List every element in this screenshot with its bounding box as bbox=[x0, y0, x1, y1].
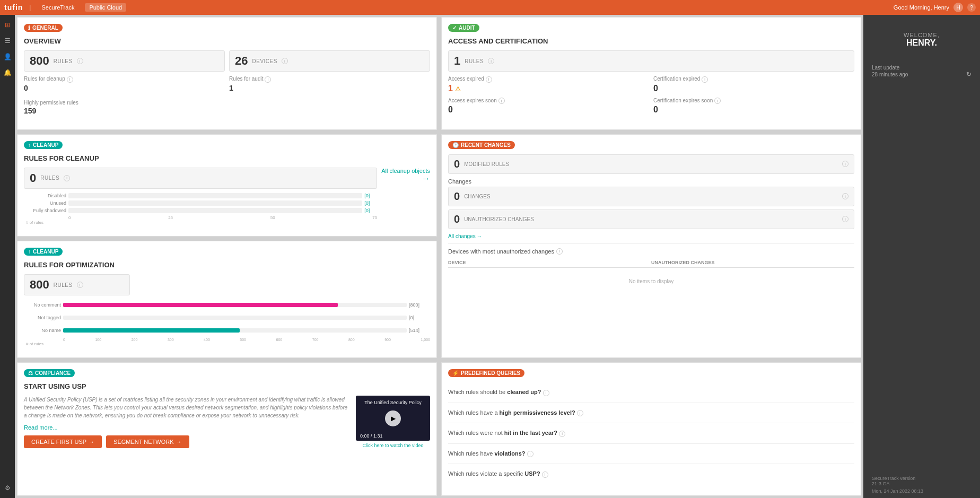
query-info-3[interactable]: i bbox=[559, 431, 565, 437]
cleanup-rules-info[interactable]: i bbox=[64, 175, 70, 181]
query-bold-3: hit in the last year? bbox=[504, 430, 557, 436]
sidebar-icon-menu[interactable]: ☰ bbox=[2, 35, 13, 47]
query-info-1[interactable]: i bbox=[543, 390, 549, 396]
query-item-1[interactable]: Which rules should be cleaned up? i bbox=[448, 382, 854, 403]
cleanup-info-icon[interactable]: i bbox=[67, 76, 73, 83]
version-info: SecureTrack version 21-3 GA Mon, 24 Jan … bbox=[872, 476, 923, 494]
sidebar-icon-settings[interactable]: ⚙ bbox=[2, 482, 13, 494]
query-item-3[interactable]: Which rules were not hit in the last yea… bbox=[448, 423, 854, 444]
audit-info-icon[interactable]: i bbox=[265, 76, 271, 83]
refresh-icon[interactable]: ↻ bbox=[966, 71, 972, 78]
nav-separator: | bbox=[29, 4, 31, 11]
cleanup-rules-label: RULES bbox=[40, 175, 59, 181]
sidebar-icon-grid[interactable]: ⊞ bbox=[2, 19, 13, 31]
opt-axis-400: 400 bbox=[204, 338, 210, 342]
audit-rules-info[interactable]: i bbox=[488, 58, 494, 64]
cleanup-rules-count: 0 bbox=[30, 171, 36, 185]
axis-0: 0 bbox=[68, 215, 71, 220]
devices-info-icon[interactable]: i bbox=[282, 58, 288, 64]
video-title: The Unified Security Policy bbox=[356, 400, 430, 405]
devices-title: Devices with most unauthorized changes bbox=[448, 248, 554, 255]
opt-axis-600: 600 bbox=[276, 338, 283, 342]
right-panel: WELCOME, HENRY. Last update 28 minutes a… bbox=[863, 15, 980, 498]
access-expires-soon-label: Access expires soon i bbox=[448, 98, 649, 104]
audit-rules-stat-box: 1 RULES i bbox=[448, 50, 854, 72]
query-info-5[interactable]: i bbox=[542, 471, 548, 478]
rules-label: RULES bbox=[54, 58, 73, 64]
query-item-5[interactable]: Which rules violate a specific USP? i bbox=[448, 464, 854, 484]
query-info-2[interactable]: i bbox=[577, 410, 583, 416]
version-label: SecureTrack version bbox=[872, 476, 923, 481]
compliance-panel: ⚖ COMPLIANCE START USING USP A Unified S… bbox=[17, 362, 437, 496]
access-expired-info[interactable]: i bbox=[486, 76, 492, 83]
opt-bar-fill-3 bbox=[63, 328, 240, 333]
cert-expires-soon-value: 0 bbox=[653, 105, 854, 115]
sidebar-icon-bell[interactable]: 🔔 bbox=[2, 67, 13, 78]
rules-info-icon[interactable]: i bbox=[77, 58, 83, 64]
changes-count: 0 bbox=[454, 190, 460, 203]
rules-cleanup-stat: Rules for cleanup i 0 bbox=[24, 76, 225, 92]
cleanup-val-disabled: [0] bbox=[364, 193, 377, 198]
cleanup-y-axis-label: # of rules bbox=[26, 220, 377, 225]
read-more-link[interactable]: Read more... bbox=[24, 424, 58, 431]
sidebar-icon-user[interactable]: 👤 bbox=[2, 51, 13, 63]
user-avatar[interactable]: H bbox=[953, 3, 963, 12]
opt-bar-label-2: Not tagged bbox=[24, 315, 61, 320]
top-nav: tufin | SecureTrack Public Cloud Good Mo… bbox=[0, 0, 980, 15]
all-changes-link[interactable]: All changes → bbox=[448, 233, 854, 239]
changes-divider bbox=[448, 243, 854, 244]
video-link[interactable]: Click here to watch the video bbox=[356, 443, 430, 448]
cleanup-rules-stat-box: 0 RULES i bbox=[24, 168, 377, 189]
tab-public-cloud[interactable]: Public Cloud bbox=[85, 3, 126, 12]
queries-badge: ⚡ PREDEFINED QUERIES bbox=[448, 369, 524, 377]
cleanup-chart-axis: 0 25 50 75 bbox=[68, 215, 377, 220]
overview-panel: ℹ GENERAL OVERVIEW 800 RULES i 26 DEVICE… bbox=[17, 17, 437, 130]
cert-expires-soon-item: Certification expires soon i 0 bbox=[653, 98, 854, 115]
cert-expired-info[interactable]: i bbox=[702, 76, 708, 83]
segment-network-button[interactable]: SEGMENT NETWORK → bbox=[106, 435, 189, 448]
audit-badge: ✓ AUDIT bbox=[448, 24, 479, 32]
opt-axis-100: 100 bbox=[95, 338, 101, 342]
tab-securetrack[interactable]: SecureTrack bbox=[37, 3, 78, 12]
audit-rules-stat-row: 1 RULES i bbox=[448, 50, 854, 72]
cleanup-chart-row-3: Fully shadowed [0] bbox=[24, 208, 377, 213]
date-label: Mon, 24 Jan 2022 08:13 bbox=[872, 488, 923, 494]
cleanup-label-disabled: Disabled bbox=[24, 193, 66, 198]
query-info-4[interactable]: i bbox=[527, 451, 533, 457]
rules-cleanup-value: 0 bbox=[24, 84, 225, 92]
opt-bar-track-2 bbox=[63, 316, 407, 320]
help-button[interactable]: ? bbox=[967, 3, 976, 12]
query-bold-4: violations? bbox=[494, 450, 525, 457]
opt-bar-row-3: No name [514] bbox=[24, 325, 430, 336]
audit-title: ACCESS AND CERTIFICATION bbox=[448, 37, 854, 45]
video-thumbnail[interactable]: The Unified Security Policy ▶ 0:00 / 1:3… bbox=[356, 396, 430, 441]
opt-axis-0: 0 bbox=[63, 338, 65, 342]
opt-rules-info[interactable]: i bbox=[77, 282, 83, 288]
cleanup-val-unused: [0] bbox=[364, 200, 377, 206]
changes-table-header: DEVICE UNAUTHORIZED CHANGES bbox=[448, 258, 854, 268]
create-usp-button[interactable]: CREATE FIRST USP → bbox=[24, 435, 102, 448]
cleanup-arrow-icon[interactable]: → bbox=[381, 174, 430, 184]
video-play-button[interactable]: ▶ bbox=[385, 410, 401, 426]
queries-icon: ⚡ bbox=[452, 370, 459, 376]
device-col-header: DEVICE bbox=[448, 260, 651, 265]
all-changes-area: All changes → bbox=[448, 233, 854, 239]
access-expires-soon-info[interactable]: i bbox=[498, 98, 505, 104]
highly-permissive-stat: Highly permissive rules 159 bbox=[24, 100, 225, 115]
unauthorized-info[interactable]: i bbox=[842, 216, 848, 222]
rules-audit-stat: Rules for audit i 1 bbox=[229, 76, 430, 92]
query-item-4[interactable]: Which rules have violations? i bbox=[448, 444, 854, 465]
nav-right: Good Morning, Henry H ? bbox=[894, 3, 976, 12]
cert-expires-soon-info[interactable]: i bbox=[714, 98, 721, 104]
queries-header: ⚡ PREDEFINED QUERIES bbox=[448, 369, 854, 377]
modified-rules-info[interactable]: i bbox=[842, 161, 848, 167]
all-cleanup-link[interactable]: All cleanup objects bbox=[381, 168, 430, 174]
access-expired-item: Access expired i 1 ⚠ bbox=[448, 76, 649, 93]
changes-info[interactable]: i bbox=[842, 193, 848, 199]
modified-rules-box: 0 MODIFIED RULES i bbox=[448, 154, 854, 174]
devices-info[interactable]: i bbox=[556, 248, 563, 255]
cleanup-header: ↑ CLEANUP bbox=[24, 141, 430, 149]
logo[interactable]: tufin bbox=[4, 3, 23, 12]
recent-changes-panel: 🕐 RECENT CHANGES 0 MODIFIED RULES i Chan… bbox=[441, 134, 861, 359]
query-item-2[interactable]: Which rules have a high permissiveness l… bbox=[448, 403, 854, 424]
